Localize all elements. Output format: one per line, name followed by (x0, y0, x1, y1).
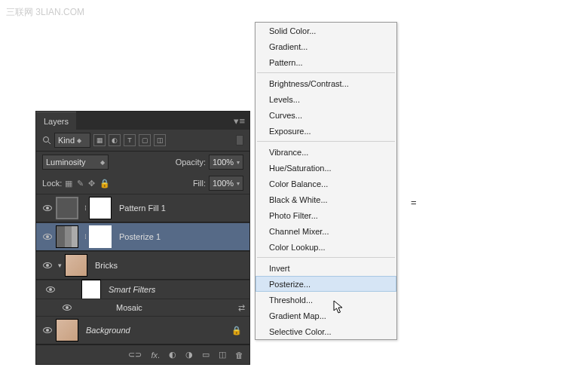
menu-exposure[interactable]: Exposure... (255, 123, 396, 139)
menu-black-white[interactable]: Black & White... (255, 191, 396, 207)
link-icon: ⁞ (81, 233, 89, 240)
group-icon[interactable]: ▭ (202, 350, 210, 360)
visibility-toggle[interactable] (39, 205, 56, 211)
fill-input[interactable]: 100%▾ (209, 176, 243, 191)
layer-name[interactable]: Posterize 1 (119, 232, 161, 241)
menu-gradient-map[interactable]: Gradient Map... (255, 308, 396, 323)
smart-filters-row[interactable]: Smart Filters (36, 280, 249, 299)
mask-thumb[interactable] (89, 225, 112, 248)
fill-label: Fill: (193, 179, 206, 188)
search-icon (42, 136, 51, 145)
menu-separator (257, 141, 395, 142)
lock-icons: ▦ ✎ ✥ 🔒 (65, 179, 110, 188)
lock-icon: 🔒 (231, 326, 242, 335)
lock-paint-icon[interactable]: ✎ (77, 179, 84, 188)
lock-all-icon[interactable]: 🔒 (99, 179, 110, 188)
fx-icon[interactable]: fx. (151, 351, 160, 360)
menu-invert[interactable]: Invert (255, 260, 396, 276)
blend-row: Luminosity◆ Opacity: 100%▾ (36, 152, 249, 173)
new-layer-icon[interactable]: ◫ (219, 350, 226, 360)
menu-threshold[interactable]: Threshold... (255, 292, 396, 308)
fill-value: 100% (213, 179, 234, 188)
eye-icon (46, 286, 55, 292)
filter-item-row[interactable]: Mosaic ⇄ (36, 299, 249, 316)
layer-name[interactable]: Pattern Fill 1 (119, 204, 166, 213)
layers-list: ⁞ Pattern Fill 1 ⁞ Posterize 1 ▾ Bricks … (36, 194, 249, 345)
filter-name[interactable]: Mosaic (116, 303, 142, 312)
opacity-value: 100% (213, 158, 234, 167)
menu-vibrance[interactable]: Vibrance... (255, 144, 396, 160)
visibility-toggle[interactable] (39, 234, 56, 240)
svg-line-1 (48, 142, 50, 144)
mask-thumb[interactable] (89, 197, 112, 219)
adjustment-context-menu: Solid Color... Gradient... Pattern... Br… (255, 22, 397, 340)
lock-row: Lock: ▦ ✎ ✥ 🔒 Fill: 100%▾ (36, 173, 249, 194)
link-layers-icon[interactable]: ⊂⊃ (128, 350, 142, 360)
layer-row[interactable]: ⁞ Pattern Fill 1 (36, 194, 249, 222)
eye-icon (43, 205, 52, 211)
filter-toggle-icon[interactable] (236, 135, 243, 145)
menu-brightness-contrast[interactable]: Brightness/Contrast... (255, 75, 396, 91)
lock-transparent-icon[interactable]: ▦ (65, 179, 72, 188)
svg-point-0 (44, 137, 49, 142)
panel-bottom-bar: ⊂⊃ fx. ◐ ◑ ▭ ◫ 🗑 (36, 345, 249, 364)
menu-posterize[interactable]: Posterize... (255, 276, 396, 292)
layer-row[interactable]: ⁞ Posterize 1 (36, 222, 249, 251)
filter-adjust-icon[interactable]: ◐ (109, 134, 121, 146)
adjustment-icon[interactable]: ◑ (185, 350, 193, 360)
layer-thumb[interactable] (56, 319, 78, 341)
layer-thumb[interactable] (56, 197, 78, 219)
blend-mode-select[interactable]: Luminosity◆ (42, 155, 109, 170)
layer-row[interactable]: Background 🔒 (36, 316, 249, 345)
watermark-text: 三联网 3LIAN.COM (6, 6, 84, 19)
filter-smart-icon[interactable]: ◫ (154, 134, 166, 146)
visibility-toggle[interactable] (39, 327, 56, 333)
menu-selective-color[interactable]: Selective Color... (255, 323, 396, 339)
filter-pixel-icon[interactable]: ▦ (93, 134, 106, 146)
chevron-down-icon: ▾ (237, 159, 240, 166)
menu-solid-color[interactable]: Solid Color... (255, 23, 396, 38)
panel-menu-icon[interactable]: ▾≡ (234, 115, 249, 127)
filter-row: Kind◆ ▦ ◐ T ▢ ◫ (36, 130, 249, 152)
visibility-toggle[interactable] (42, 286, 59, 292)
filter-edit-icon[interactable]: ⇄ (238, 303, 245, 313)
menu-photo-filter[interactable]: Photo Filter... (255, 207, 396, 223)
opacity-input[interactable]: 100%▾ (209, 155, 243, 170)
menu-channel-mixer[interactable]: Channel Mixer... (255, 223, 396, 239)
twirl-down-icon[interactable]: ▾ (56, 262, 63, 269)
chevron-down-icon: ▾ (237, 180, 240, 187)
chevron-down-icon: ◆ (77, 137, 81, 144)
eye-icon (43, 262, 52, 268)
blend-mode-value: Luminosity (46, 158, 86, 167)
visibility-toggle[interactable] (59, 305, 75, 311)
mask-icon[interactable]: ◐ (169, 350, 176, 360)
layer-name[interactable]: Bricks (95, 261, 118, 270)
layer-name[interactable]: Background (86, 326, 130, 335)
menu-separator (257, 257, 395, 258)
filter-shape-icon[interactable]: ▢ (139, 134, 151, 146)
lock-position-icon[interactable]: ✥ (88, 179, 95, 188)
layer-thumb[interactable] (65, 254, 87, 277)
tab-layers[interactable]: Layers (36, 112, 76, 130)
smart-filters-label: Smart Filters (109, 285, 155, 294)
filter-type-icon[interactable]: T (124, 134, 136, 146)
eye-icon (43, 327, 52, 333)
layers-panel: Layers ▾≡ Kind◆ ▦ ◐ T ▢ ◫ Luminosity◆ Op… (35, 111, 250, 365)
menu-levels[interactable]: Levels... (255, 91, 396, 107)
menu-pattern[interactable]: Pattern... (255, 54, 396, 70)
menu-color-lookup[interactable]: Color Lookup... (255, 239, 396, 255)
layer-thumb[interactable] (56, 225, 78, 248)
menu-color-balance[interactable]: Color Balance... (255, 176, 396, 191)
panel-tabbar: Layers ▾≡ (36, 112, 249, 130)
menu-gradient[interactable]: Gradient... (255, 38, 396, 54)
trash-icon[interactable]: 🗑 (235, 351, 243, 360)
filter-mask-thumb[interactable] (81, 280, 101, 299)
menu-hue-saturation[interactable]: Hue/Saturation... (255, 160, 396, 176)
lock-label: Lock: (42, 179, 62, 188)
eye-icon (63, 305, 72, 311)
equals-sign: = (411, 197, 417, 208)
filter-kind-select[interactable]: Kind◆ (54, 133, 90, 148)
layer-row[interactable]: ▾ Bricks (36, 251, 249, 280)
menu-curves[interactable]: Curves... (255, 107, 396, 123)
visibility-toggle[interactable] (39, 262, 56, 268)
